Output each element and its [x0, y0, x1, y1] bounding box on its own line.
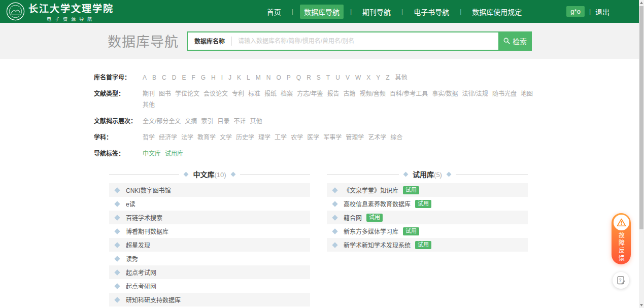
database-link[interactable]: 研知科研支持数据库 — [126, 295, 181, 304]
filter-option[interactable]: W — [355, 73, 361, 83]
filter-option[interactable]: 教育学 — [197, 132, 216, 143]
filter-option[interactable]: 标准 — [248, 89, 260, 99]
filter-option[interactable]: 视频/音频 — [360, 89, 386, 99]
scroll-up-arrow-icon[interactable] — [640, 2, 643, 4]
database-item[interactable]: 博看期刊数据库 — [109, 224, 310, 238]
database-link[interactable]: 起点考研网 — [126, 282, 156, 290]
logout-link[interactable]: 退出 — [595, 7, 609, 17]
site-logo[interactable]: 长江大学文理学院 电子资源导航 — [6, 1, 114, 22]
database-link[interactable]: 《文泉学堂》知识库 — [344, 186, 398, 194]
nav-link[interactable]: 首页 — [263, 5, 285, 19]
database-link[interactable]: e读 — [126, 199, 135, 208]
filter-option[interactable]: M — [256, 73, 261, 83]
filter-option[interactable]: 理学 — [258, 132, 270, 143]
filter-option[interactable]: 古籍 — [343, 89, 355, 99]
filter-option[interactable]: B — [152, 73, 156, 83]
filter-option[interactable]: 哲学 — [143, 132, 155, 143]
database-link[interactable]: 博看期刊数据库 — [126, 227, 168, 235]
filter-option[interactable]: N — [266, 73, 271, 83]
filter-option[interactable]: 专利 — [232, 89, 244, 99]
filter-option[interactable]: 会议论文 — [204, 89, 228, 99]
database-item[interactable]: 《文泉学堂》知识库试用 — [327, 183, 528, 197]
filter-option[interactable]: C — [162, 73, 166, 83]
filter-option[interactable]: H — [211, 73, 216, 83]
filter-option[interactable]: 农学 — [291, 132, 303, 143]
search-input[interactable] — [232, 32, 498, 50]
database-link[interactable]: CNKI数字图书馆 — [126, 186, 171, 194]
scrollbar-thumb[interactable] — [639, 6, 643, 229]
filter-option[interactable]: 经济学 — [159, 132, 177, 143]
filter-option[interactable]: 目录 — [217, 116, 229, 126]
filter-option[interactable]: 文摘 — [185, 116, 197, 126]
filter-option[interactable]: 中文库 — [143, 149, 161, 159]
filter-option[interactable]: 法学 — [181, 132, 193, 143]
help-button[interactable]: ? — [613, 272, 629, 289]
filter-option[interactable]: 不详 — [233, 116, 246, 126]
nav-link[interactable]: 电子书导航 — [410, 5, 453, 19]
database-link[interactable]: 籍合网 — [344, 213, 362, 222]
database-link[interactable]: 高校信息素养教育数据库 — [344, 199, 411, 208]
filter-option[interactable]: S — [317, 73, 321, 83]
scroll-down-arrow-icon[interactable] — [640, 304, 643, 306]
database-item[interactable]: 起点考研网 — [109, 279, 310, 293]
filter-option[interactable]: 文学 — [220, 132, 232, 143]
filter-option[interactable]: J — [228, 73, 231, 83]
filter-option[interactable]: 报告 — [327, 89, 339, 99]
database-item[interactable]: 百链学术搜索 — [109, 211, 310, 224]
filter-option[interactable]: 地图 — [521, 89, 533, 99]
nav-link[interactable]: 数据库导航 — [300, 5, 344, 19]
search-button[interactable]: 检索 — [498, 31, 532, 51]
filter-option[interactable]: Z — [386, 73, 389, 83]
filter-option[interactable]: T — [326, 73, 330, 83]
filter-option[interactable]: L — [247, 73, 250, 83]
filter-option[interactable]: 方志/年鉴 — [297, 89, 323, 99]
database-item[interactable]: 起点考试网 — [109, 265, 310, 279]
filter-option[interactable]: A — [143, 73, 147, 83]
database-item[interactable]: 籍合网试用 — [327, 211, 528, 224]
filter-option[interactable]: X — [366, 73, 370, 83]
filter-option[interactable]: 军事学 — [323, 132, 342, 143]
database-link[interactable]: 新学术新知学术发现系统 — [344, 241, 411, 249]
scrollbar[interactable] — [639, 0, 644, 308]
filter-option[interactable]: 艺术学 — [368, 132, 386, 143]
database-item[interactable]: CNKI数字图书馆 — [109, 183, 310, 197]
filter-option[interactable]: F — [191, 73, 195, 83]
filter-option[interactable]: E — [182, 73, 186, 83]
filter-option[interactable]: Q — [296, 73, 301, 83]
database-item[interactable]: 高校信息素养教育数据库试用 — [327, 197, 528, 211]
nav-link[interactable]: 数据库使用规定 — [468, 5, 526, 19]
filter-option[interactable]: 历史学 — [236, 132, 254, 143]
filter-option[interactable]: R — [307, 73, 311, 83]
filter-option[interactable]: 其他 — [143, 100, 155, 110]
database-link[interactable]: 百链学术搜索 — [126, 213, 162, 222]
filter-option[interactable]: U — [335, 73, 340, 83]
database-item[interactable]: 超星发现 — [109, 238, 310, 252]
database-link[interactable]: 新东方多媒体学习库 — [344, 227, 398, 235]
filter-option[interactable]: G — [201, 73, 206, 83]
filter-option[interactable]: 事实/数据 — [432, 89, 458, 99]
filter-option[interactable]: 图书 — [159, 89, 171, 99]
nav-link[interactable]: 期刊导航 — [358, 5, 395, 19]
filter-option[interactable]: 法律/法规 — [462, 89, 488, 99]
filter-option[interactable]: P — [287, 73, 291, 83]
filter-option[interactable]: 报纸 — [264, 89, 277, 99]
filter-option[interactable]: 档案 — [281, 89, 293, 99]
filter-option[interactable]: 百科/参考工具 — [390, 89, 428, 99]
filter-option[interactable]: 其他 — [250, 116, 262, 126]
filter-option[interactable]: V — [346, 73, 350, 83]
database-item[interactable]: 研知科研支持数据库 — [109, 293, 310, 306]
filter-option[interactable]: 综合 — [390, 132, 402, 143]
fault-feedback-button[interactable]: 故障反馈 — [612, 213, 631, 264]
database-item[interactable]: 新学术新知学术发现系统试用 — [327, 238, 528, 252]
filter-option[interactable]: 工学 — [275, 132, 287, 143]
database-item[interactable]: 读秀 — [109, 252, 310, 265]
database-link[interactable]: 读秀 — [126, 254, 138, 263]
filter-option[interactable]: 管理学 — [346, 132, 364, 143]
filter-option[interactable]: 学位论文 — [175, 89, 199, 99]
filter-option[interactable]: D — [172, 73, 177, 83]
filter-option[interactable]: I — [221, 73, 223, 83]
filter-option[interactable]: 医学 — [307, 132, 319, 143]
filter-option[interactable]: 其他 — [395, 73, 408, 83]
filter-option[interactable]: 随书光盘 — [492, 89, 517, 99]
database-item[interactable]: e读 — [109, 197, 310, 211]
